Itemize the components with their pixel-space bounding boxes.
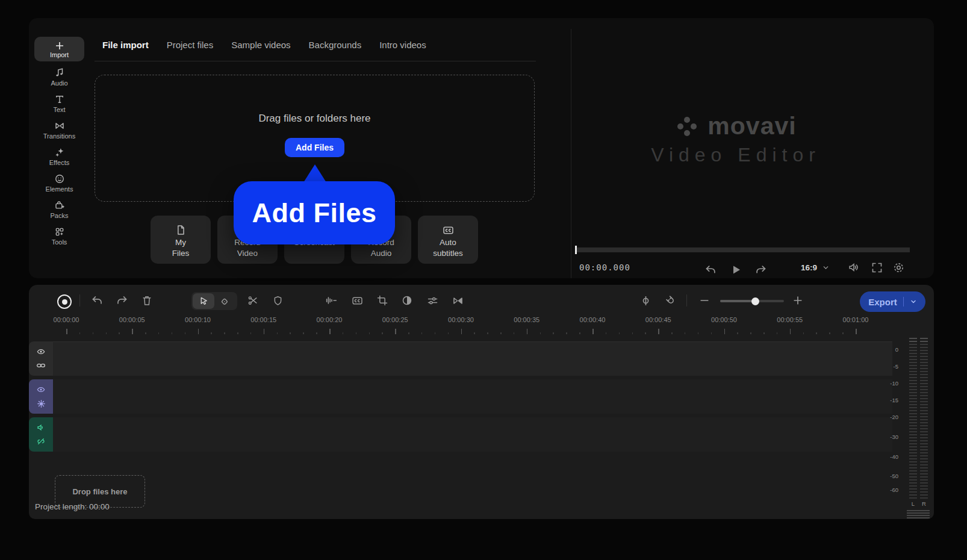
aspect-ratio-value: 16:9 — [801, 263, 817, 272]
play-icon[interactable] — [729, 263, 743, 277]
aspect-ratio-select[interactable]: 16:9 — [801, 263, 830, 272]
meter-segment — [909, 395, 917, 396]
tab-file-import[interactable]: File import — [102, 40, 149, 50]
timeline-panel: Export 00:00:0000:00:0500:00:1000:00:150… — [29, 285, 934, 519]
meter-segment — [909, 389, 917, 390]
elements-icon — [54, 173, 65, 184]
fullscreen-icon[interactable] — [869, 260, 884, 275]
meter-segment — [920, 407, 928, 408]
meter-segment — [909, 446, 917, 447]
meter-segment — [909, 377, 917, 378]
meter-segment — [920, 422, 928, 423]
sidebar-item-text[interactable]: Text — [34, 90, 84, 117]
sidebar-item-tools[interactable]: Tools — [34, 223, 84, 249]
sidebar: Audio Text Transitions Effects Elements — [34, 64, 84, 249]
tools-icon — [54, 226, 65, 237]
meter-segment — [920, 473, 928, 474]
tab-intro-videos[interactable]: Intro videos — [379, 40, 426, 50]
meter-segment — [909, 482, 917, 484]
skip-back-icon[interactable] — [703, 263, 718, 278]
meter-segment — [909, 353, 917, 354]
meter-segment — [920, 392, 928, 393]
meter-segment — [920, 365, 928, 366]
meter-scale-label: -20 — [874, 414, 898, 420]
meter-channel-label: L — [909, 500, 917, 507]
sidebar-item-elements[interactable]: Elements — [34, 170, 84, 196]
sidebar-item-import[interactable]: Import — [34, 37, 84, 61]
meter-segment — [909, 479, 917, 481]
dropzone-text: Drag files or folders here — [258, 113, 370, 125]
meter-segment — [920, 485, 928, 487]
sidebar-item-packs[interactable]: Packs — [34, 196, 84, 223]
meter-segment — [909, 491, 917, 493]
meter-segment — [909, 356, 917, 357]
meter-segment — [920, 470, 928, 471]
meter-scale-label: -40 — [874, 453, 898, 460]
meter-segment — [909, 347, 917, 348]
meter-segment — [920, 464, 928, 465]
meter-segment — [909, 485, 917, 487]
shortcut-auto-subtitles[interactable]: Auto subtitles — [418, 216, 478, 264]
meter-segment — [920, 398, 928, 399]
meter-segment — [909, 458, 917, 459]
meter-segment — [909, 452, 917, 453]
meter-grill-line — [907, 512, 930, 514]
tab-backgrounds[interactable]: Backgrounds — [309, 40, 362, 50]
meter-segment — [909, 464, 917, 465]
meter-segment — [909, 488, 917, 490]
meter-segment — [920, 359, 928, 360]
sidebar-item-label: Text — [53, 107, 65, 113]
meter-segment — [920, 368, 928, 369]
callout-label: Add Files — [252, 198, 376, 229]
shortcut-label: Audio — [371, 248, 392, 259]
meter-segment — [920, 482, 928, 484]
meter-grill-line — [907, 515, 930, 516]
meter-grill-line — [907, 510, 930, 511]
meter-segment — [909, 476, 917, 478]
logo-subtitle: Video Editor — [651, 144, 821, 166]
meter-segment — [920, 476, 928, 478]
meter-segment — [909, 428, 917, 429]
meter-segment — [920, 452, 928, 453]
meter-segment — [909, 344, 917, 345]
gear-icon[interactable] — [891, 260, 906, 275]
meter-segment — [909, 455, 917, 456]
add-files-button[interactable]: Add Files — [285, 138, 344, 157]
skip-forward-icon[interactable] — [754, 263, 768, 278]
callout-arrow — [303, 164, 326, 182]
meter-segment — [909, 467, 917, 468]
shortcut-my-files[interactable]: My Files — [151, 216, 211, 264]
tab-sample-videos[interactable]: Sample videos — [231, 40, 290, 50]
meter-segment — [920, 494, 928, 496]
meter-segment — [909, 449, 917, 450]
sidebar-item-effects[interactable]: Effects — [34, 143, 84, 170]
speaker-icon[interactable] — [847, 260, 861, 275]
tab-project-files[interactable]: Project files — [167, 40, 214, 50]
meter-segment — [920, 416, 928, 417]
meter-scale-label: -30 — [874, 434, 898, 440]
meter-segment — [920, 395, 928, 396]
preview-timecode: 00:00.000 — [579, 263, 630, 272]
meter-segment — [920, 443, 928, 444]
preview-playhead[interactable] — [575, 246, 577, 254]
movavi-logo-icon — [675, 114, 699, 138]
preview-seekbar[interactable] — [575, 247, 910, 252]
meter-segment — [920, 461, 928, 462]
meter-segment — [920, 383, 928, 384]
shortcut-label: Video — [237, 248, 258, 259]
meter-segment — [909, 419, 917, 420]
meter-scale-label: 0 — [874, 346, 898, 353]
meter-segment — [909, 470, 917, 471]
meter-segment — [909, 368, 917, 369]
sidebar-item-label: Effects — [49, 160, 69, 166]
meter-segment — [920, 347, 928, 348]
sidebar-item-transitions[interactable]: Transitions — [34, 117, 84, 143]
sidebar-item-audio[interactable]: Audio — [34, 64, 84, 90]
meter-segment — [909, 437, 917, 438]
meter-segment — [909, 416, 917, 417]
panel-divider — [571, 29, 571, 278]
meter-segment — [920, 497, 928, 499]
sidebar-item-label: Elements — [46, 186, 73, 193]
meter-segment — [920, 380, 928, 381]
meter-segment — [920, 401, 928, 402]
